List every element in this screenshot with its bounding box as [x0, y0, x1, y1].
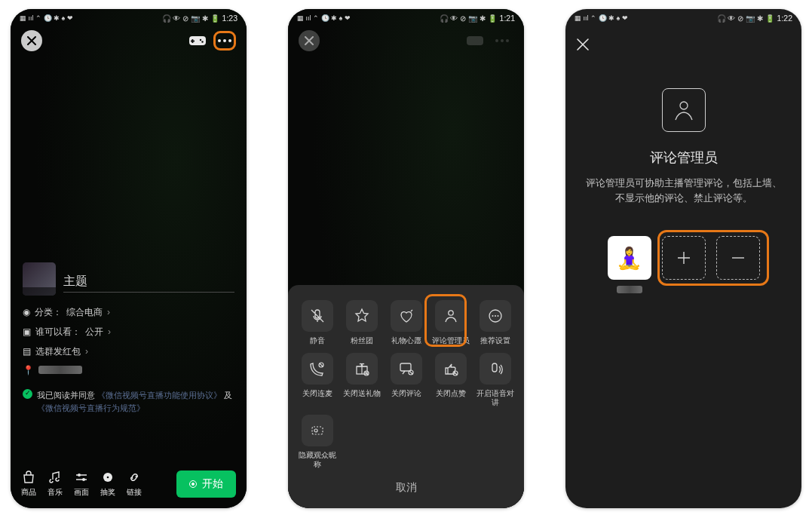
sheet-close-comment[interactable]: 关闭评论	[385, 351, 427, 409]
remove-admin-button[interactable]	[716, 236, 760, 280]
svg-point-7	[78, 474, 81, 477]
location-icon: 📍	[23, 365, 34, 375]
sheet-mute[interactable]: 静音	[296, 299, 339, 347]
tool-goods[interactable]: 商品	[21, 470, 36, 498]
status-bar: ▦ ııl ⌃ 🕓 ✱ ♠ ❤ 🎧 👁 ⊘ 📷 ✱ 🔋 1:22	[565, 9, 801, 24]
start-button[interactable]: 开始	[176, 470, 236, 498]
mute-icon	[302, 300, 333, 332]
sheet-giftwish[interactable]: 礼物心愿	[385, 299, 427, 347]
svg-point-26	[314, 429, 317, 432]
sheet-close-like[interactable]: 关闭点赞	[429, 351, 472, 409]
hide-name-icon	[302, 415, 333, 446]
bag-icon	[22, 470, 35, 485]
status-bar: ▦ ııl ⌃ 🕓 ✱ ♠ ❤ 🎧 👁 ⊘ 📷 ✱ 🔋 1:23	[11, 9, 247, 24]
sheet-comment-admin[interactable]: 评论管理员	[429, 299, 472, 347]
svg-point-8	[82, 478, 85, 481]
gamepad-icon[interactable]	[189, 35, 206, 47]
close-icon	[576, 38, 590, 51]
title-input[interactable]: 主题	[63, 274, 234, 293]
gamepad-icon	[467, 35, 483, 47]
tool-video[interactable]: 画面	[74, 470, 89, 498]
sheet-hide-nickname[interactable]: 隐藏观众昵称	[296, 413, 339, 470]
location-row[interactable]: 📍	[23, 365, 234, 375]
close-icon	[305, 36, 314, 45]
more-icon	[218, 39, 231, 42]
redpacket-row[interactable]: ▤ 选群发红包 ›	[23, 345, 234, 358]
like-off-icon	[435, 353, 467, 385]
person-icon	[435, 300, 467, 332]
status-right-icons: 🎧 👁 ⊘ 📷 ✱ 🔋	[440, 14, 497, 23]
category-row[interactable]: ◉ 分类： 综合电商 ›	[23, 306, 234, 319]
svg-point-6	[228, 39, 231, 42]
chevron-right-icon: ›	[107, 307, 110, 317]
action-sheet: 静音 粉丝团 礼物心愿 评论管理员 推荐设置 关闭连麦	[288, 285, 524, 508]
chevron-right-icon: ›	[85, 346, 88, 357]
status-left-icons: ▦ ııl ⌃ 🕓 ✱ ♠ ❤	[297, 14, 351, 22]
svg-point-11	[495, 39, 498, 42]
tool-link[interactable]: 链接	[127, 470, 142, 498]
location-value-blurred	[38, 366, 82, 374]
svg-point-12	[501, 39, 504, 42]
record-icon	[189, 480, 197, 488]
close-button[interactable]	[21, 30, 42, 51]
more-circle-icon	[480, 300, 511, 332]
tool-music[interactable]: 音乐	[47, 470, 63, 498]
status-time: 1:22	[777, 14, 792, 23]
bottom-tool-row: 商品 音乐 画面 抽奖 链接	[21, 470, 142, 498]
people-icon: ▣	[23, 326, 31, 337]
svg-point-13	[506, 39, 509, 42]
svg-point-18	[497, 315, 498, 317]
sheet-close-gift[interactable]: 关闭送礼物	[340, 351, 383, 409]
comment-off-icon	[391, 353, 422, 385]
chevron-right-icon: ›	[108, 326, 111, 337]
cover-thumbnail[interactable]	[23, 262, 56, 296]
svg-point-17	[495, 315, 496, 317]
visibility-row[interactable]: ▣ 谁可以看： 公开 ›	[23, 326, 234, 339]
svg-point-2	[200, 39, 201, 41]
sheet-voice-intercom[interactable]: 开启语音对讲	[473, 351, 516, 409]
avatar-image: 🧘‍♀️	[616, 246, 642, 271]
link-icon	[127, 470, 141, 485]
sheet-fanclub[interactable]: 粉丝团	[340, 299, 383, 347]
tool-lottery[interactable]: 抽奖	[100, 470, 115, 498]
close-button[interactable]	[299, 30, 320, 51]
svg-point-14	[448, 311, 452, 315]
status-right-icons: 🎧 👁 ⊘ 📷 ✱ 🔋	[162, 14, 219, 23]
music-icon	[48, 470, 62, 485]
page-description: 评论管理员可协助主播管理评论，包括上墙、 不显示他的评论、禁止评论等。	[566, 176, 801, 206]
svg-point-5	[223, 39, 226, 42]
more-button	[491, 31, 513, 51]
status-left-icons: ▦ ııl ⌃ 🕓 ✱ ♠ ❤	[575, 14, 628, 22]
agreement-link-1[interactable]: 《微信视频号直播功能使用协议》	[97, 391, 222, 400]
svg-point-10	[107, 477, 109, 479]
status-bar: ▦ ııl ⌃ 🕓 ✱ ♠ ❤ 🎧 👁 ⊘ 📷 ✱ 🔋 1:21	[288, 9, 524, 24]
status-time: 1:23	[222, 14, 237, 23]
close-button[interactable]	[576, 38, 590, 51]
sheet-close-call[interactable]: 关闭连麦	[296, 351, 339, 409]
cancel-button[interactable]: 取消	[296, 470, 516, 501]
add-admin-button[interactable]	[662, 236, 706, 280]
svg-rect-1	[191, 41, 195, 42]
phone-screen-2: ▦ ııl ⌃ 🕓 ✱ ♠ ❤ 🎧 👁 ⊘ 📷 ✱ 🔋 1:21 静音	[288, 9, 524, 508]
status-right-icons: 🎧 👁 ⊘ 📷 ✱ 🔋	[717, 14, 774, 23]
admin-slot-filled[interactable]: 🧘‍♀️	[608, 236, 651, 280]
category-label: 分类：	[35, 306, 62, 319]
status-left-icons: ▦ ııl ⌃ 🕓 ✱ ♠ ❤	[20, 14, 73, 22]
agreement-link-2[interactable]: 《微信视频号直播行为规范》	[37, 403, 145, 412]
phone-screen-1: ▦ ııl ⌃ 🕓 ✱ ♠ ❤ 🎧 👁 ⊘ 📷 ✱ 🔋 1:23 主题 ◉ 分类…	[11, 9, 247, 508]
visibility-value: 公开	[85, 326, 103, 339]
svg-rect-22	[400, 363, 411, 371]
admin-name-blurred	[617, 286, 642, 293]
status-time: 1:21	[500, 14, 515, 23]
phone-off-icon	[302, 353, 333, 385]
heart-icon	[391, 300, 422, 332]
category-value: 综合电商	[66, 306, 103, 319]
sheet-recommend[interactable]: 推荐设置	[473, 299, 516, 347]
visibility-label: 谁可以看：	[35, 326, 81, 339]
more-button[interactable]	[213, 31, 236, 51]
minus-icon	[730, 250, 746, 266]
close-icon	[27, 36, 36, 45]
agree-checkbox[interactable]: ✓	[23, 389, 32, 399]
person-outline-icon	[662, 88, 706, 132]
redpacket-icon: ▤	[23, 346, 31, 357]
